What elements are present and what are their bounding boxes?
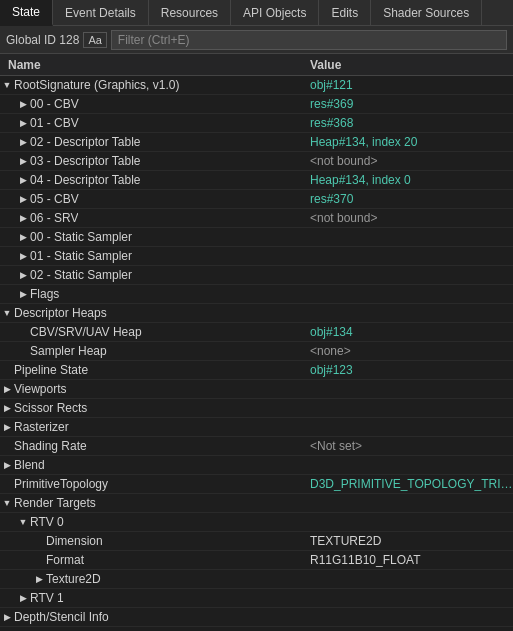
expander-icon[interactable]: ▼	[0, 80, 14, 90]
row-name-label: Depth/Stencil Info	[14, 610, 109, 624]
row-value-label: <not bound>	[310, 154, 513, 168]
expander-icon[interactable]: ▶	[0, 460, 14, 470]
row-name-label: 05 - CBV	[30, 192, 79, 206]
table-row[interactable]: ▶Rasterizer	[0, 418, 513, 437]
table-row[interactable]: ▶03 - Descriptor Table<not bound>	[0, 152, 513, 171]
row-value-label: Heap#134, index 20	[310, 135, 513, 149]
tab-shader-sources[interactable]: Shader Sources	[371, 0, 482, 25]
row-value-label: obj#134	[310, 325, 513, 339]
row-name-label: 01 - CBV	[30, 116, 79, 130]
row-name-label: Descriptor Heaps	[14, 306, 107, 320]
table-row[interactable]: ▶01 - CBVres#368	[0, 114, 513, 133]
row-value-label: <not bound>	[310, 211, 513, 225]
row-value-label: Heap#134, index 0	[310, 173, 513, 187]
expander-icon[interactable]: ▶	[16, 232, 30, 242]
table-row[interactable]: ▶Depth/Stencil Info	[0, 608, 513, 627]
expander-icon[interactable]: ▶	[16, 213, 30, 223]
row-name-label: Format	[46, 553, 84, 567]
table-row[interactable]: ▶01 - Static Sampler	[0, 247, 513, 266]
table-row[interactable]: ▶Flags	[0, 285, 513, 304]
table-row[interactable]: ▶05 - CBVres#370	[0, 190, 513, 209]
row-name-label: 00 - CBV	[30, 97, 79, 111]
value-column-header: Value	[310, 58, 513, 72]
expander-icon[interactable]: ▶	[16, 194, 30, 204]
table-row[interactable]: ▶00 - CBVres#369	[0, 95, 513, 114]
tab-api-objects[interactable]: API Objects	[231, 0, 319, 25]
row-name-label: RTV 0	[30, 515, 64, 529]
table-row[interactable]: PrimitiveTopologyD3D_PRIMITIVE_TOPOLOGY_…	[0, 475, 513, 494]
row-value-label: obj#123	[310, 363, 513, 377]
row-name-label: Viewports	[14, 382, 66, 396]
tree-content[interactable]: ▼RootSignature (Graphics, v1.0)obj#121▶0…	[0, 76, 513, 631]
row-name-label: Blend	[14, 458, 45, 472]
row-value-label: res#370	[310, 192, 513, 206]
row-name-label: Pipeline State	[14, 363, 88, 377]
table-row[interactable]: DimensionTEXTURE2D	[0, 532, 513, 551]
row-name-label: 00 - Static Sampler	[30, 230, 132, 244]
row-name-label: Rasterizer	[14, 420, 69, 434]
table-row[interactable]: ▶Viewports	[0, 380, 513, 399]
expander-icon[interactable]: ▶	[16, 175, 30, 185]
table-row[interactable]: ▶Texture2D	[0, 570, 513, 589]
row-value-label: TEXTURE2D	[310, 534, 513, 548]
expander-icon[interactable]: ▶	[0, 612, 14, 622]
expander-icon[interactable]: ▶	[0, 403, 14, 413]
expander-icon[interactable]: ▶	[16, 99, 30, 109]
table-row[interactable]: ▼RootSignature (Graphics, v1.0)obj#121	[0, 76, 513, 95]
row-name-label: 03 - Descriptor Table	[30, 154, 141, 168]
table-row[interactable]: Pipeline Stateobj#123	[0, 361, 513, 380]
expander-icon[interactable]: ▶	[16, 289, 30, 299]
toolbar: Global ID 128 Aa	[0, 26, 513, 54]
row-name-label: 01 - Static Sampler	[30, 249, 132, 263]
filter-input[interactable]	[111, 30, 507, 50]
table-row[interactable]: Sampler Heap<none>	[0, 342, 513, 361]
table-row[interactable]: ▶02 - Static Sampler	[0, 266, 513, 285]
expander-icon[interactable]: ▶	[16, 118, 30, 128]
row-name-label: Dimension	[46, 534, 103, 548]
table-row[interactable]: ▶02 - Descriptor TableHeap#134, index 20	[0, 133, 513, 152]
expander-icon[interactable]: ▶	[32, 574, 46, 584]
table-row[interactable]: ▼Render Targets	[0, 494, 513, 513]
table-row[interactable]: ▶Blend	[0, 456, 513, 475]
aa-button[interactable]: Aa	[83, 32, 106, 48]
row-name-label: Sampler Heap	[30, 344, 107, 358]
table-row[interactable]: ▶06 - SRV<not bound>	[0, 209, 513, 228]
column-headers: Name Value	[0, 54, 513, 76]
expander-icon[interactable]: ▶	[16, 251, 30, 261]
tab-resources[interactable]: Resources	[149, 0, 231, 25]
table-row[interactable]: ▶04 - Descriptor TableHeap#134, index 0	[0, 171, 513, 190]
expander-icon[interactable]: ▼	[0, 308, 14, 318]
table-row[interactable]: ▼Descriptor Heaps	[0, 304, 513, 323]
row-name-label: Texture2D	[46, 572, 101, 586]
row-name-label: Flags	[30, 287, 59, 301]
row-value-label: res#369	[310, 97, 513, 111]
row-name-label: 06 - SRV	[30, 211, 78, 225]
table-row[interactable]: ▶00 - Static Sampler	[0, 228, 513, 247]
expander-icon[interactable]: ▶	[0, 422, 14, 432]
row-value-label: R11G11B10_FLOAT	[310, 553, 513, 567]
table-row[interactable]: ▶Scissor Rects	[0, 399, 513, 418]
row-name-label: Shading Rate	[14, 439, 87, 453]
expander-icon[interactable]: ▶	[16, 593, 30, 603]
expander-icon[interactable]: ▶	[0, 384, 14, 394]
expander-icon[interactable]: ▼	[16, 517, 30, 527]
table-row[interactable]: CBV/SRV/UAV Heapobj#134	[0, 323, 513, 342]
row-value-label: obj#121	[310, 78, 513, 92]
expander-icon[interactable]: ▶	[16, 270, 30, 280]
table-row[interactable]: Shading Rate<Not set>	[0, 437, 513, 456]
table-row[interactable]: ▶RTV 1	[0, 589, 513, 608]
tab-edits[interactable]: Edits	[319, 0, 371, 25]
name-column-header: Name	[0, 58, 310, 72]
table-row[interactable]: ▼RTV 0	[0, 513, 513, 532]
table-row[interactable]: FormatR11G11B10_FLOAT	[0, 551, 513, 570]
row-name-label: PrimitiveTopology	[14, 477, 108, 491]
expander-icon[interactable]: ▶	[16, 137, 30, 147]
row-value-label: <none>	[310, 344, 513, 358]
tab-state[interactable]: State	[0, 0, 53, 26]
global-id-label: Global ID 128	[6, 33, 79, 47]
expander-icon[interactable]: ▶	[16, 156, 30, 166]
expander-icon[interactable]: ▼	[0, 498, 14, 508]
row-name-label: Render Targets	[14, 496, 96, 510]
row-name-label: 02 - Static Sampler	[30, 268, 132, 282]
tab-event-details[interactable]: Event Details	[53, 0, 149, 25]
